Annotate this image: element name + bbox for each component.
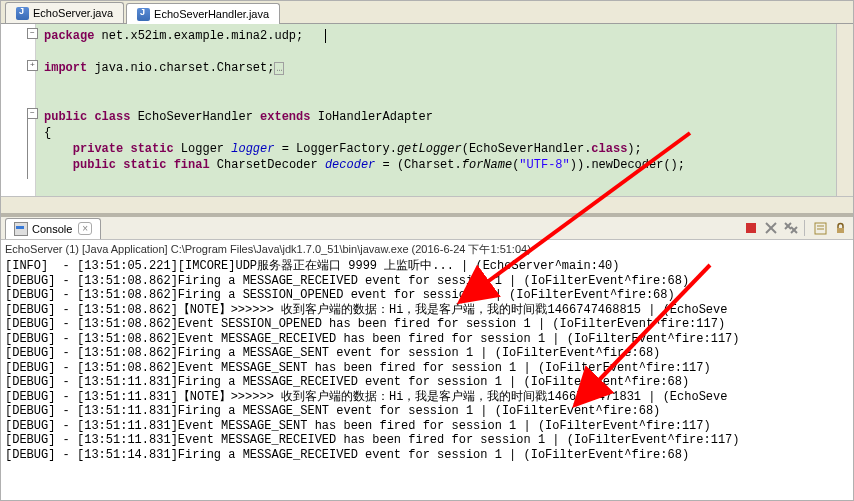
terminate-button[interactable] — [742, 219, 760, 237]
java-file-icon — [137, 8, 150, 21]
fold-toggle-icon[interactable]: + — [27, 60, 38, 71]
console-line: [DEBUG] - [13:51:11.831]Firing a MESSAGE… — [5, 404, 849, 419]
tab-label: EchoSeverHandler.java — [154, 8, 269, 20]
fold-toggle-icon[interactable]: − — [27, 108, 38, 119]
keyword: public — [73, 158, 116, 172]
console-icon — [14, 222, 28, 236]
console-tab[interactable]: Console × — [5, 218, 101, 239]
editor-gutter: − + − — [1, 24, 36, 196]
code-text: java.nio.charset.Charset; — [87, 61, 274, 75]
console-line: [DEBUG] - [13:51:08.862]Event MESSAGE_RE… — [5, 332, 849, 347]
console-line: [DEBUG] - [13:51:11.831]Firing a MESSAGE… — [5, 375, 849, 390]
text-cursor — [325, 29, 326, 43]
keyword: package — [44, 29, 94, 43]
java-file-icon — [16, 7, 29, 20]
code-text: (EchoSeverHandler. — [462, 142, 592, 156]
keyword: static — [116, 158, 166, 172]
keyword: private — [73, 142, 123, 156]
code-text: = LoggerFactory. — [274, 142, 396, 156]
keyword: extends — [260, 110, 310, 124]
console-line: [DEBUG] - [13:51:14.831]Firing a MESSAGE… — [5, 448, 849, 463]
code-text: = (Charset. — [375, 158, 461, 172]
clear-console-button[interactable] — [811, 219, 829, 237]
code-text: CharsetDecoder — [210, 158, 325, 172]
remove-launch-button[interactable] — [762, 219, 780, 237]
fold-toggle-icon[interactable]: − — [27, 28, 38, 39]
remove-all-button[interactable] — [782, 219, 800, 237]
console-line: [DEBUG] - [13:51:08.862]Event SESSION_OP… — [5, 317, 849, 332]
console-line: [DEBUG] - [13:51:11.831]【NOTE】>>>>>> 收到客… — [5, 390, 849, 405]
code-text: { — [44, 126, 51, 140]
console-line: [DEBUG] - [13:51:08.862]【NOTE】>>>>>> 收到客… — [5, 303, 849, 318]
keyword: class — [591, 142, 627, 156]
keyword: import — [44, 61, 87, 75]
console-output[interactable]: [INFO] - [13:51:05.221][IMCORE]UDP服务器正在端… — [1, 259, 853, 500]
string-literal: "UTF-8" — [519, 158, 569, 172]
console-line: [INFO] - [13:51:05.221][IMCORE]UDP服务器正在端… — [5, 259, 849, 274]
code-text: net.x52im.example.mina2.udp; — [94, 29, 303, 43]
fold-indicator-icon[interactable]: … — [274, 62, 284, 75]
console-line: [DEBUG] - [13:51:08.862]Event MESSAGE_SE… — [5, 361, 849, 376]
field-name: decoder — [325, 158, 375, 172]
console-line: [DEBUG] - [13:51:08.862]Firing a MESSAGE… — [5, 346, 849, 361]
vertical-scrollbar[interactable] — [836, 24, 853, 196]
console-line: [DEBUG] - [13:51:11.831]Event MESSAGE_RE… — [5, 433, 849, 448]
tab-label: EchoServer.java — [33, 7, 113, 19]
code-editor[interactable]: − + − package net.x52im.example.mina2.ud… — [1, 24, 853, 196]
keyword: public — [44, 110, 87, 124]
code-text: IoHandlerAdapter — [310, 110, 432, 124]
editor-tabbar: EchoServer.java EchoSeverHandler.java — [1, 1, 853, 24]
code-text: )).newDecoder(); — [570, 158, 685, 172]
svg-rect-10 — [837, 228, 844, 233]
code-text: forName — [462, 158, 512, 172]
code-text: EchoSeverHandler — [130, 110, 260, 124]
svg-rect-0 — [746, 223, 756, 233]
code-area[interactable]: package net.x52im.example.mina2.udp; imp… — [36, 24, 836, 196]
console-line: [DEBUG] - [13:51:11.831]Event MESSAGE_SE… — [5, 419, 849, 434]
close-tab-icon[interactable]: × — [78, 222, 92, 235]
horizontal-scrollbar[interactable] — [1, 196, 853, 213]
code-text: Logger — [174, 142, 232, 156]
scroll-lock-button[interactable] — [831, 219, 849, 237]
code-text: ); — [627, 142, 641, 156]
console-view-tabbar: Console × — [1, 217, 853, 240]
keyword: static — [123, 142, 173, 156]
console-process-description: EchoServer (1) [Java Application] C:\Pro… — [1, 240, 853, 259]
code-text: getLogger — [397, 142, 462, 156]
console-line: [DEBUG] - [13:51:08.862]Firing a MESSAGE… — [5, 274, 849, 289]
editor-tab-echoseverhandler[interactable]: EchoSeverHandler.java — [126, 3, 280, 24]
console-tab-label: Console — [32, 223, 72, 235]
console-line: [DEBUG] - [13:51:08.862]Firing a SESSION… — [5, 288, 849, 303]
keyword: class — [87, 110, 130, 124]
keyword: final — [166, 158, 209, 172]
field-name: logger — [231, 142, 274, 156]
editor-tab-echoserver[interactable]: EchoServer.java — [5, 2, 124, 23]
